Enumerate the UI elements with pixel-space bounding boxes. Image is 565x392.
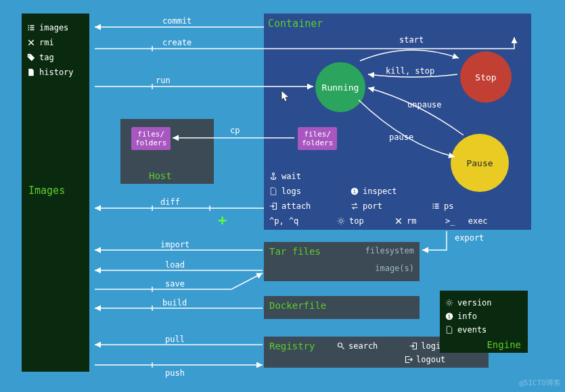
cmd-ps: ps <box>444 199 453 214</box>
images-command-list: images rmi tag history <box>22 14 89 87</box>
label-import: import <box>160 240 189 249</box>
engine-panel: version iinfo events Engine <box>440 291 528 353</box>
cmd-tag: tag <box>39 50 54 65</box>
cmd-rm: rm <box>407 214 416 228</box>
label-start: start <box>399 35 424 45</box>
label-export: export <box>455 233 484 243</box>
logout-icon <box>405 356 413 364</box>
dockerfile-title: Dockerfile <box>264 296 420 315</box>
gear-icon <box>445 299 453 307</box>
cmd-logs: logs <box>281 184 301 199</box>
host-files-folders: files/ folders <box>131 127 171 150</box>
cmd-history: history <box>39 65 74 80</box>
label-diff: diff <box>160 197 180 207</box>
cmd-detach: ^p, ^q <box>269 214 298 228</box>
images-title: Images <box>28 185 65 197</box>
x-icon <box>394 217 403 225</box>
gear-icon <box>337 217 345 225</box>
plus-icon: + <box>218 212 227 228</box>
swap-icon <box>351 202 359 210</box>
label-push: push <box>165 368 185 378</box>
label-run: run <box>156 76 171 85</box>
login-icon <box>409 342 417 350</box>
cmd-inspect: inspect <box>363 184 397 199</box>
cmd-port: port <box>363 199 382 214</box>
label-create: create <box>162 38 191 47</box>
label-kill-stop: kill, stop <box>386 66 434 76</box>
svg-text:i: i <box>353 188 357 195</box>
list-icon <box>432 202 440 210</box>
tar-panel: Tar files filesystem image(s) <box>264 242 420 281</box>
info-icon: i <box>445 312 453 320</box>
container-title: Container <box>268 18 323 30</box>
eng-events: events <box>457 323 487 337</box>
svg-text:i: i <box>448 313 451 320</box>
cmd-rmi: rmi <box>39 35 54 50</box>
info-icon: i <box>351 187 359 195</box>
cmd-exec: exec <box>468 214 488 228</box>
svg-point-3 <box>340 220 343 223</box>
search-icon <box>337 342 345 350</box>
label-save: save <box>165 279 185 289</box>
file-icon <box>269 187 277 195</box>
watermark: @51CTO博客 <box>519 378 561 388</box>
tag-icon <box>27 53 35 62</box>
svg-point-5 <box>448 301 451 305</box>
container-files-folders: files/ folders <box>298 127 337 150</box>
cmd-wait: wait <box>281 169 301 184</box>
file-icon <box>445 326 453 334</box>
label-unpause: unpause <box>407 100 442 109</box>
eng-info: info <box>457 310 477 323</box>
engine-title: Engine <box>487 339 521 350</box>
label-pull: pull <box>165 335 185 344</box>
label-load: load <box>165 260 185 270</box>
cursor-icon <box>281 90 290 102</box>
cmd-attach: attach <box>281 199 311 214</box>
engine-list: version iinfo events <box>445 296 492 337</box>
host-title: Host <box>149 170 172 181</box>
x-icon <box>27 39 35 47</box>
login-icon <box>269 202 277 210</box>
file-icon <box>27 68 35 76</box>
images-panel: images rmi tag history Images <box>22 14 89 372</box>
container-commands: wait logs iinspect attach port ps ^p, ^q… <box>269 169 513 228</box>
state-stop: Stop <box>460 51 512 103</box>
label-cp: cp <box>230 126 240 135</box>
list-icon <box>27 24 35 32</box>
reg-logout: logout <box>416 353 445 366</box>
label-build: build <box>162 298 187 308</box>
cmd-top: top <box>349 214 364 228</box>
label-pause: pause <box>389 132 413 142</box>
prompt-icon: >_ <box>445 214 455 228</box>
eng-version: version <box>457 296 492 310</box>
tar-images: image(s) <box>375 264 414 273</box>
svg-point-0 <box>273 173 275 175</box>
dockerfile-panel: Dockerfile <box>264 296 420 319</box>
svg-point-4 <box>338 343 342 347</box>
cmd-images: images <box>39 20 68 35</box>
reg-search: search <box>348 340 378 352</box>
anchor-icon <box>269 172 277 180</box>
state-running: Running <box>315 62 365 112</box>
label-commit: commit <box>162 16 191 26</box>
tar-filesystem: filesystem <box>365 246 414 255</box>
host-panel: files/ folders Host <box>120 119 214 184</box>
